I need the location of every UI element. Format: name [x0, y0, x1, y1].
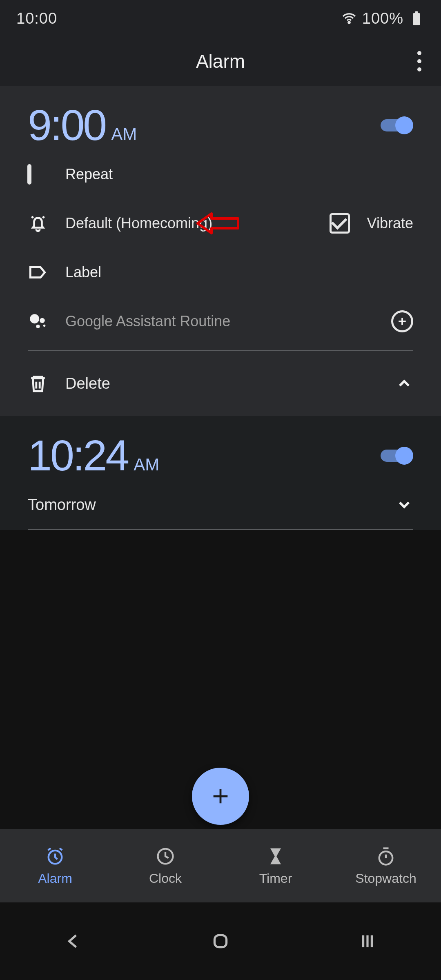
svg-point-5: [36, 325, 40, 328]
alarm-card-collapsed: 10:24 AM Tomorrow: [0, 416, 441, 530]
assistant-routine-row[interactable]: Google Assistant Routine: [28, 311, 230, 332]
tab-alarm[interactable]: Alarm: [0, 829, 110, 902]
alarm-time-button[interactable]: 10:24 AM: [28, 431, 159, 480]
vibrate-label: Vibrate: [367, 215, 413, 232]
alarm-ampm: AM: [111, 125, 137, 144]
bell-icon: [28, 213, 48, 234]
page-title: Alarm: [196, 50, 245, 72]
delete-label: Delete: [65, 375, 110, 392]
checkbox-empty-icon: [27, 164, 31, 185]
back-icon: [63, 931, 84, 951]
label-icon: [28, 262, 48, 283]
status-bar: 10:00 100%: [0, 0, 441, 37]
label-text: Label: [65, 264, 101, 281]
home-icon: [210, 931, 231, 951]
plus-icon: [396, 315, 408, 327]
stopwatch-icon: [375, 846, 396, 867]
recents-icon: [357, 931, 378, 951]
nav-home-button[interactable]: [208, 929, 233, 953]
nav-back-button[interactable]: [61, 929, 86, 953]
svg-point-0: [348, 22, 350, 23]
vibrate-row[interactable]: Vibrate: [330, 213, 413, 234]
bottom-tabs: Alarm Clock Timer Stopwatch: [0, 829, 441, 902]
alarm-time: 9:00: [28, 100, 105, 150]
clock-icon: [155, 846, 176, 867]
tab-label: Stopwatch: [355, 871, 416, 886]
alarm-time-button[interactable]: 9:00 AM: [28, 100, 137, 150]
assistant-icon: [28, 311, 48, 332]
collapse-button[interactable]: [395, 374, 413, 392]
more-vertical-icon: [417, 51, 421, 71]
alarm-summary: Tomorrow: [28, 496, 96, 514]
svg-point-3: [30, 314, 39, 323]
system-navbar: [0, 902, 441, 980]
alarm-card-expanded: 9:00 AM Repeat Default (Homecoming) Vibr…: [0, 86, 441, 416]
more-options-button[interactable]: [417, 37, 421, 86]
label-row[interactable]: Label: [28, 248, 413, 297]
delete-alarm-button[interactable]: Delete: [28, 373, 110, 394]
status-time: 10:00: [16, 10, 57, 27]
add-alarm-fab[interactable]: [192, 768, 249, 825]
repeat-row[interactable]: Repeat: [28, 150, 413, 199]
svg-point-6: [43, 325, 45, 327]
svg-rect-1: [413, 13, 420, 25]
svg-rect-2: [415, 11, 418, 13]
hourglass-icon: [265, 846, 286, 867]
status-battery-text: 100%: [362, 10, 403, 27]
repeat-label: Repeat: [65, 166, 113, 183]
divider: [28, 529, 413, 530]
alarm-ampm: AM: [134, 455, 159, 474]
alarm-icon: [45, 846, 66, 867]
svg-point-4: [40, 318, 45, 323]
chevron-up-icon: [395, 374, 413, 392]
alarm-enable-toggle[interactable]: [381, 447, 413, 465]
trash-icon: [28, 373, 48, 394]
svg-rect-10: [214, 935, 226, 947]
plus-icon: [210, 786, 231, 807]
alarm-sound-label: Default (Homecoming): [65, 215, 212, 232]
wifi-icon: [341, 10, 357, 27]
alarm-time: 10:24: [28, 431, 128, 480]
tab-clock[interactable]: Clock: [110, 829, 220, 902]
app-header: Alarm: [0, 37, 441, 86]
tab-label: Alarm: [38, 871, 72, 886]
add-routine-button[interactable]: [391, 310, 413, 332]
expand-button[interactable]: [395, 496, 413, 514]
alarm-sound-row[interactable]: Default (Homecoming): [28, 213, 212, 234]
tab-timer[interactable]: Timer: [220, 829, 331, 902]
battery-icon: [408, 10, 425, 27]
assistant-label: Google Assistant Routine: [65, 313, 230, 330]
nav-recents-button[interactable]: [355, 929, 380, 953]
alarm-enable-toggle[interactable]: [381, 116, 413, 134]
chevron-down-icon: [395, 496, 413, 514]
tab-label: Clock: [149, 871, 182, 886]
checkbox-checked-icon: [330, 213, 350, 234]
tab-label: Timer: [259, 871, 292, 886]
tab-stopwatch[interactable]: Stopwatch: [331, 829, 441, 902]
